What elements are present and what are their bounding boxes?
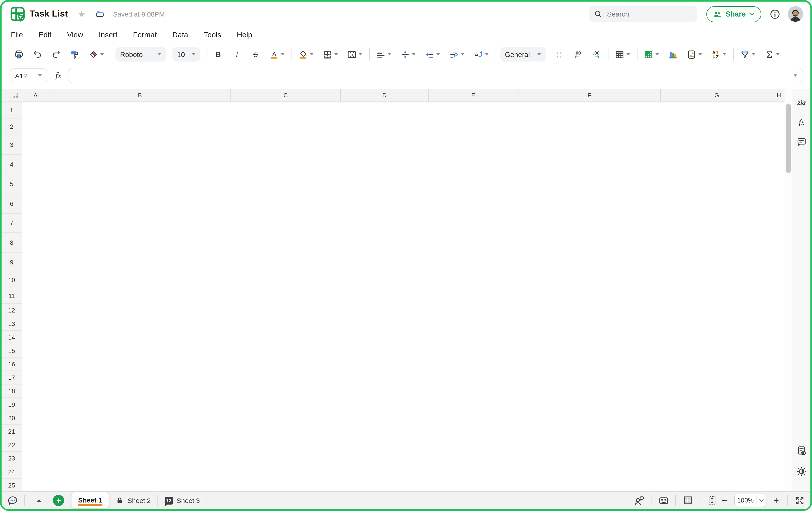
indent-button[interactable] bbox=[423, 47, 442, 62]
sheet-tab-sheet-1[interactable]: Sheet 1 bbox=[71, 492, 109, 508]
sheet-tab-sheet-2[interactable]: Sheet 2 bbox=[109, 491, 157, 509]
collaborators-icon[interactable] bbox=[632, 494, 646, 507]
format-painter-button[interactable] bbox=[68, 47, 82, 62]
theme-contrast-icon[interactable] bbox=[796, 464, 806, 479]
horizontal-align-caret-icon[interactable] bbox=[387, 52, 392, 57]
comma-format-button[interactable]: (,) bbox=[552, 47, 566, 62]
column-header-G[interactable]: G bbox=[661, 89, 773, 101]
borders-button[interactable] bbox=[321, 47, 340, 62]
virtual-keyboard-icon[interactable] bbox=[657, 494, 670, 507]
folder-icon[interactable] bbox=[95, 9, 105, 19]
wrap-text-caret-icon[interactable] bbox=[460, 52, 465, 57]
clear-format-button[interactable] bbox=[87, 47, 106, 62]
text-color-caret-icon[interactable] bbox=[281, 52, 285, 57]
vertical-align-caret-icon[interactable] bbox=[412, 52, 416, 57]
row-header-6[interactable]: 6 bbox=[2, 194, 22, 214]
row-header-5[interactable]: 5 bbox=[2, 174, 22, 194]
document-title[interactable]: Task List bbox=[30, 9, 68, 19]
column-header-A[interactable]: A bbox=[22, 89, 49, 101]
cells-canvas[interactable] bbox=[22, 102, 785, 491]
pivot-table-caret-icon[interactable] bbox=[655, 52, 660, 57]
insert-image-caret-icon[interactable] bbox=[698, 52, 702, 57]
row-header-21[interactable]: 21 bbox=[2, 425, 22, 438]
comments-panel-icon[interactable] bbox=[796, 134, 806, 149]
comments-bubble-icon[interactable] bbox=[6, 494, 19, 507]
zoom-selector[interactable]: 100% bbox=[734, 494, 766, 507]
column-header-E[interactable]: E bbox=[429, 89, 519, 101]
fit-to-view-icon[interactable] bbox=[705, 494, 719, 507]
font-size-select[interactable]: 10 bbox=[172, 47, 200, 62]
borders-caret-icon[interactable] bbox=[334, 52, 338, 57]
document-preview-icon[interactable] bbox=[796, 444, 806, 458]
vertical-align-button[interactable] bbox=[398, 47, 418, 62]
row-header-11[interactable]: 11 bbox=[2, 288, 22, 304]
functions-sum-caret-icon[interactable] bbox=[776, 52, 780, 57]
redo-button[interactable] bbox=[49, 47, 63, 62]
row-header-4[interactable]: 4 bbox=[2, 155, 22, 174]
add-sheet-button[interactable] bbox=[53, 495, 64, 506]
freeze-panes-icon[interactable] bbox=[681, 494, 694, 507]
formula-input[interactable] bbox=[74, 72, 793, 80]
column-header-F[interactable]: F bbox=[518, 89, 661, 101]
cell-name-box[interactable]: A12 bbox=[10, 68, 47, 83]
row-header-24[interactable]: 24 bbox=[2, 465, 22, 479]
row-header-25[interactable]: 25 bbox=[2, 479, 22, 491]
text-rotation-button[interactable]: A bbox=[471, 47, 491, 62]
row-header-9[interactable]: 9 bbox=[2, 252, 22, 272]
undo-button[interactable] bbox=[31, 47, 45, 62]
text-rotation-caret-icon[interactable] bbox=[485, 52, 489, 57]
row-header-20[interactable]: 20 bbox=[2, 411, 22, 425]
menu-edit[interactable]: Edit bbox=[38, 31, 52, 39]
row-header-13[interactable]: 13 bbox=[2, 317, 22, 331]
search-input[interactable] bbox=[607, 10, 685, 18]
sort-caret-icon[interactable] bbox=[722, 52, 727, 57]
format-as-table-caret-icon[interactable] bbox=[626, 52, 630, 57]
filter-button[interactable] bbox=[738, 47, 758, 62]
row-header-19[interactable]: 19 bbox=[2, 398, 22, 411]
pivot-table-button[interactable] bbox=[642, 47, 661, 62]
menu-tools[interactable]: Tools bbox=[204, 31, 221, 39]
menu-data[interactable]: Data bbox=[172, 31, 188, 39]
sheet-tab-sheet-3[interactable]: 12Sheet 3 bbox=[158, 491, 206, 509]
row-header-18[interactable]: 18 bbox=[2, 385, 22, 398]
text-color-button[interactable]: A bbox=[267, 47, 287, 62]
decrease-decimal-button[interactable]: .00 bbox=[571, 47, 585, 62]
wrap-text-button[interactable] bbox=[447, 47, 467, 62]
row-header-16[interactable]: 16 bbox=[2, 358, 22, 371]
italic-button[interactable]: I bbox=[230, 47, 244, 62]
search-box[interactable] bbox=[589, 6, 697, 22]
row-header-3[interactable]: 3 bbox=[2, 135, 22, 155]
row-header-12[interactable]: 12 bbox=[2, 304, 22, 317]
chart-button[interactable] bbox=[666, 47, 680, 62]
merge-cells-caret-icon[interactable] bbox=[358, 52, 362, 57]
row-header-17[interactable]: 17 bbox=[2, 371, 22, 385]
vertical-scrollbar-thumb[interactable] bbox=[786, 103, 790, 173]
zoom-out-button[interactable]: − bbox=[719, 495, 730, 506]
column-header-H[interactable]: H bbox=[773, 89, 784, 101]
menu-insert[interactable]: Insert bbox=[99, 31, 117, 39]
sort-button[interactable]: AZ bbox=[709, 47, 729, 62]
row-header-2[interactable]: 2 bbox=[2, 118, 22, 135]
clear-format-caret-icon[interactable] bbox=[100, 52, 104, 57]
collapse-sheet-bar-icon[interactable] bbox=[32, 494, 46, 507]
row-header-14[interactable]: 14 bbox=[2, 331, 22, 344]
formula-expand-caret-icon[interactable] bbox=[793, 73, 798, 78]
fill-color-caret-icon[interactable] bbox=[310, 52, 314, 57]
vertical-scrollbar[interactable] bbox=[784, 89, 792, 491]
row-header-1[interactable]: 1 bbox=[2, 102, 22, 118]
filter-caret-icon[interactable] bbox=[751, 52, 756, 57]
star-icon[interactable] bbox=[77, 10, 86, 18]
row-header-10[interactable]: 10 bbox=[2, 272, 22, 288]
font-family-select[interactable]: Roboto bbox=[115, 47, 166, 62]
menu-format[interactable]: Format bbox=[133, 31, 157, 39]
row-header-7[interactable]: 7 bbox=[2, 214, 22, 233]
spreadsheet-logo-icon[interactable] bbox=[10, 6, 25, 22]
user-avatar[interactable] bbox=[788, 6, 803, 22]
row-header-8[interactable]: 8 bbox=[2, 233, 22, 252]
strikethrough-button[interactable]: S bbox=[249, 47, 263, 62]
row-header-22[interactable]: 22 bbox=[2, 438, 22, 452]
select-all-corner[interactable] bbox=[2, 89, 22, 102]
info-icon[interactable] bbox=[770, 8, 780, 20]
indent-caret-icon[interactable] bbox=[436, 52, 440, 57]
bold-button[interactable]: B bbox=[211, 47, 226, 62]
